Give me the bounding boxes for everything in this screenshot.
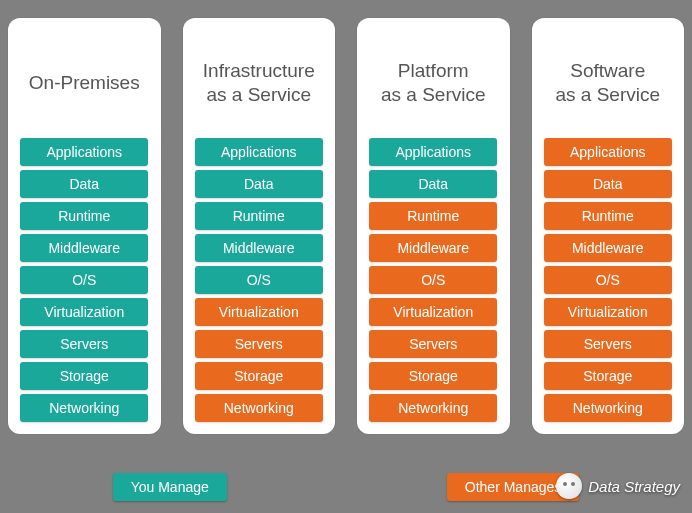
layer-item: Virtualization bbox=[195, 298, 323, 326]
watermark-text: Data Strategy bbox=[588, 478, 680, 495]
layer-item: Middleware bbox=[195, 234, 323, 262]
layer-item: O/S bbox=[369, 266, 497, 294]
layer-item: Runtime bbox=[369, 202, 497, 230]
column-title: Softwareas a Service bbox=[553, 28, 662, 138]
column-title-line: Platform bbox=[381, 59, 486, 83]
layer-item: O/S bbox=[195, 266, 323, 294]
layer-stack: ApplicationsDataRuntimeMiddlewareO/SVirt… bbox=[365, 138, 502, 422]
column-1: Infrastructureas a ServiceApplicationsDa… bbox=[183, 18, 336, 434]
layer-item: Storage bbox=[369, 362, 497, 390]
layer-item: Servers bbox=[195, 330, 323, 358]
layer-item: Data bbox=[544, 170, 672, 198]
column-title-line: as a Service bbox=[381, 83, 486, 107]
layer-item: Runtime bbox=[544, 202, 672, 230]
column-title-line: Software bbox=[555, 59, 660, 83]
layer-item: Applications bbox=[544, 138, 672, 166]
layer-item: Middleware bbox=[369, 234, 497, 262]
layer-item: Applications bbox=[369, 138, 497, 166]
layer-item: Networking bbox=[544, 394, 672, 422]
layer-stack: ApplicationsDataRuntimeMiddlewareO/SVirt… bbox=[540, 138, 677, 422]
layer-stack: ApplicationsDataRuntimeMiddlewareO/SVirt… bbox=[191, 138, 328, 422]
legend-you-manage: You Manage bbox=[113, 473, 227, 501]
layer-item: Networking bbox=[20, 394, 148, 422]
layer-item: Servers bbox=[544, 330, 672, 358]
layer-item: Virtualization bbox=[20, 298, 148, 326]
column-2: Platformas a ServiceApplicationsDataRunt… bbox=[357, 18, 510, 434]
column-title-line: as a Service bbox=[203, 83, 315, 107]
layer-item: O/S bbox=[544, 266, 672, 294]
column-title: Platformas a Service bbox=[379, 28, 488, 138]
layer-item: Runtime bbox=[195, 202, 323, 230]
column-title-line: as a Service bbox=[555, 83, 660, 107]
column-0: On-PremisesApplicationsDataRuntimeMiddle… bbox=[8, 18, 161, 434]
layer-item: Storage bbox=[195, 362, 323, 390]
layer-item: Data bbox=[369, 170, 497, 198]
column-title: Infrastructureas a Service bbox=[201, 28, 317, 138]
layer-item: Networking bbox=[195, 394, 323, 422]
layer-item: Applications bbox=[195, 138, 323, 166]
columns-container: On-PremisesApplicationsDataRuntimeMiddle… bbox=[0, 0, 692, 434]
column-3: Softwareas a ServiceApplicationsDataRunt… bbox=[532, 18, 685, 434]
layer-item: Servers bbox=[20, 330, 148, 358]
layer-item: Data bbox=[20, 170, 148, 198]
layer-item: Storage bbox=[544, 362, 672, 390]
wechat-icon bbox=[556, 473, 582, 499]
layer-item: Virtualization bbox=[369, 298, 497, 326]
watermark: Data Strategy bbox=[556, 473, 680, 499]
layer-item: Virtualization bbox=[544, 298, 672, 326]
layer-item: O/S bbox=[20, 266, 148, 294]
layer-item: Data bbox=[195, 170, 323, 198]
column-title-line: Infrastructure bbox=[203, 59, 315, 83]
layer-item: Runtime bbox=[20, 202, 148, 230]
layer-item: Middleware bbox=[544, 234, 672, 262]
layer-item: Networking bbox=[369, 394, 497, 422]
layer-item: Storage bbox=[20, 362, 148, 390]
column-title-line: On-Premises bbox=[29, 71, 140, 95]
layer-item: Middleware bbox=[20, 234, 148, 262]
layer-item: Applications bbox=[20, 138, 148, 166]
layer-item: Servers bbox=[369, 330, 497, 358]
column-title: On-Premises bbox=[27, 28, 142, 138]
layer-stack: ApplicationsDataRuntimeMiddlewareO/SVirt… bbox=[16, 138, 153, 422]
